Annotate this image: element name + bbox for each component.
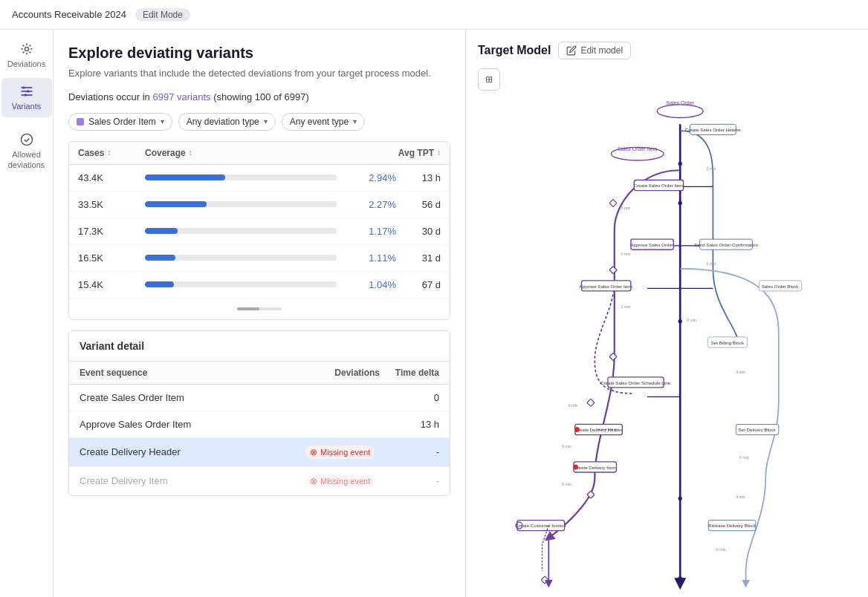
main-layout: Deviations Variants Allowed deviations — [0, 30, 868, 597]
filter-event-type[interactable]: Any event type ▾ — [282, 113, 365, 131]
sidebar-item-allowed[interactable]: Allowed deviations — [1, 126, 52, 175]
content-area: Explore deviating variants Explore varia… — [54, 30, 868, 597]
detail-cell-event: Approve Sales Order Item — [80, 419, 305, 430]
svg-rect-46 — [541, 576, 548, 584]
category-chevron-icon: ▾ — [161, 117, 164, 125]
sidebar-item-allowed-label: Allowed deviations — [4, 150, 49, 169]
cell-coverage-bar — [145, 281, 337, 287]
cell-coverage-bar — [145, 174, 337, 180]
svg-point-48 — [678, 162, 682, 166]
table-row[interactable]: 43.4K 2.94% 13 h — [69, 165, 450, 192]
target-model-title: Target Model — [478, 44, 551, 57]
avg-tpt-sort-icon[interactable]: ↕ — [437, 149, 441, 157]
cell-cases: 33.5K — [78, 199, 145, 210]
svg-point-5 — [27, 91, 29, 93]
detail-cell-time-delta: - — [380, 475, 439, 486]
svg-text:0 min: 0 min — [707, 166, 716, 171]
svg-text:Create Delivery Item: Create Delivery Item — [574, 465, 615, 470]
svg-point-51 — [678, 497, 682, 500]
filter-deviation-type-label: Any deviation type — [187, 117, 259, 127]
error-icon-dim: ⊗ — [310, 476, 317, 486]
table-header: Cases ↕ Coverage ↕ Avg TPT ↕ — [69, 142, 450, 165]
zoom-controls: ⊞ — [478, 68, 856, 91]
missing-event-badge-dim: ⊗ Missing event — [305, 474, 375, 488]
detail-col-event: Event sequence — [80, 368, 305, 378]
cell-coverage-pct: 2.27% — [337, 199, 396, 210]
svg-rect-41 — [609, 199, 617, 206]
svg-rect-44 — [587, 399, 595, 406]
cell-coverage-pct: 1.17% — [337, 226, 396, 237]
category-color-dot — [77, 118, 84, 125]
svg-text:0 min: 0 min — [736, 370, 745, 374]
cell-cases: 43.4K — [78, 172, 145, 183]
allowed-icon — [19, 132, 34, 147]
detail-cell-time-delta: 13 h — [380, 419, 439, 430]
coverage-sort-icon[interactable]: ↕ — [189, 149, 192, 157]
detail-row-dimmed: Create Delivery Item ⊗ Missing event - — [69, 467, 450, 495]
svg-text:0 min: 0 min — [707, 261, 716, 266]
process-map-svg: Sales Order Create Sales Order Header Sa… — [478, 98, 856, 597]
table-row[interactable]: 16.5K 1.11% 31 d — [69, 245, 450, 272]
edit-icon — [566, 45, 577, 56]
filter-deviation-type[interactable]: Any deviation type ▾ — [178, 113, 276, 131]
variants-table: Cases ↕ Coverage ↕ Avg TPT ↕ 43.4K — [68, 141, 450, 320]
cell-cases: 15.4K — [78, 279, 145, 290]
svg-text:0 min: 0 min — [562, 482, 571, 486]
table-row[interactable]: 17.3K 1.17% 30 d — [69, 218, 450, 245]
col-header-avg-tpt: Avg TPT ↕ — [337, 148, 441, 158]
col-header-coverage: Coverage ↕ — [145, 148, 337, 158]
svg-point-30 — [574, 427, 580, 432]
cell-avg-tpt: 31 d — [396, 252, 441, 264]
process-map[interactable]: Sales Order Create Sales Order Header Sa… — [478, 98, 856, 597]
svg-rect-43 — [609, 353, 617, 360]
svg-point-49 — [678, 201, 682, 205]
svg-text:Create Sales Order Header: Create Sales Order Header — [685, 127, 741, 132]
stats-prefix: Deviations occur in — [68, 91, 152, 102]
edit-mode-badge[interactable]: Edit Mode — [135, 8, 190, 22]
detail-cell-time-delta: 0 — [380, 392, 439, 403]
detail-col-deviations: Deviations — [305, 368, 380, 378]
svg-text:0 min: 0 min — [621, 252, 631, 256]
cell-avg-tpt: 30 d — [396, 226, 441, 237]
page-title: Explore deviating variants — [68, 45, 450, 62]
svg-point-35 — [573, 464, 578, 469]
svg-rect-42 — [609, 267, 617, 274]
filter-category[interactable]: Sales Order Item ▾ — [68, 113, 172, 131]
cell-coverage-pct: 1.04% — [337, 279, 396, 290]
sidebar-item-deviations[interactable]: Deviations — [1, 36, 52, 75]
cases-sort-icon[interactable]: ↕ — [107, 149, 111, 157]
table-row[interactable]: 33.5K 2.27% 56 d — [69, 192, 450, 218]
detail-row-highlighted[interactable]: Create Delivery Header ⊗ Missing event - — [69, 438, 450, 467]
deviation-type-chevron-icon: ▾ — [264, 117, 268, 125]
col-header-cases: Cases ↕ — [78, 148, 145, 158]
variants-icon — [19, 84, 34, 99]
zoom-fit-button[interactable]: ⊞ — [478, 68, 500, 91]
cell-avg-tpt: 56 d — [396, 199, 441, 210]
sidebar-item-variants[interactable]: Variants — [1, 78, 52, 117]
svg-point-50 — [678, 319, 682, 323]
svg-point-0 — [25, 48, 28, 51]
cell-coverage-bar — [145, 201, 337, 207]
svg-text:1 min: 1 min — [621, 304, 631, 309]
edit-model-button[interactable]: Edit model — [558, 42, 631, 59]
cell-coverage-pct: 2.94% — [337, 172, 396, 183]
sidebar: Deviations Variants Allowed deviations — [0, 30, 54, 597]
app-title: Accounts Receivable 2024 — [12, 9, 126, 20]
stats-line: Deviations occur in 6997 variants (showi… — [68, 91, 450, 102]
detail-row: Create Sales Order Item 0 — [69, 385, 450, 411]
detail-cell-time-delta: - — [380, 446, 439, 457]
svg-text:0 min: 0 min — [687, 318, 696, 322]
svg-text:Approve Sales Order Item: Approve Sales Order Item — [580, 284, 632, 289]
cell-cases: 17.3K — [78, 226, 145, 237]
edit-model-label: Edit model — [580, 45, 623, 56]
error-icon: ⊗ — [310, 447, 317, 457]
detail-table-header: Event sequence Deviations Time delta — [69, 362, 450, 385]
cell-coverage-bar — [145, 228, 337, 234]
svg-text:Create Customer Invoice: Create Customer Invoice — [516, 523, 567, 528]
page-description: Explore variants that include the detect… — [68, 66, 450, 81]
detail-row: Approve Sales Order Item 13 h — [69, 411, 450, 438]
sidebar-item-variants-label: Variants — [12, 102, 42, 111]
svg-text:Send Sales Order Confirmation: Send Sales Order Confirmation — [694, 242, 758, 247]
table-row[interactable]: 15.4K 1.04% 67 d — [69, 272, 450, 298]
filter-category-label: Sales Order Item — [88, 117, 156, 127]
